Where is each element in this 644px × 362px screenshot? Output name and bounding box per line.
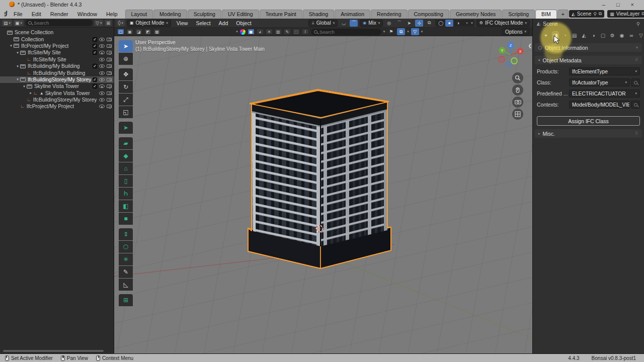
workspace-tab-shading[interactable]: Shading — [303, 10, 335, 19]
search-chevron[interactable]: ▾ — [383, 30, 385, 34]
filter-funnel-icon[interactable]: ▽ — [411, 28, 419, 35]
workspace-tab-animation[interactable]: Animation — [335, 10, 370, 19]
render-visibility-icon[interactable] — [107, 84, 112, 88]
render-visibility-icon[interactable] — [107, 64, 112, 68]
snap-toggle-icon[interactable]: ◡ — [340, 20, 348, 27]
rendered-shading-icon[interactable]: ◔ — [462, 20, 470, 27]
menu-edit[interactable]: Edit — [27, 10, 46, 19]
render-visibility-icon[interactable] — [107, 58, 112, 61]
add-cube-tool[interactable]: ⊞ — [119, 294, 133, 306]
hide-eye-icon[interactable] — [99, 71, 105, 75]
hide-eye-icon[interactable] — [99, 64, 105, 68]
outliner-row[interactable]: ▾IfcSite/My Site✓ — [0, 49, 114, 56]
exclude-checkbox[interactable]: ✓ — [93, 77, 97, 82]
tool-search-input[interactable]: Search — [311, 29, 381, 35]
building-model[interactable] — [235, 86, 401, 278]
filter-collapse-chevron[interactable]: ▾ — [236, 30, 238, 34]
render-visibility-icon[interactable] — [107, 71, 112, 75]
render-visibility-icon[interactable] — [107, 92, 112, 95]
navigation-gizmo[interactable]: Z Y X — [496, 40, 525, 69]
bim-element-tool[interactable]: ■ — [119, 213, 133, 225]
workspace-tab-sculpting[interactable]: Sculpting — [188, 10, 221, 19]
field-search-button[interactable] — [631, 101, 640, 109]
bim-furniture-tool[interactable]: Һ — [119, 188, 133, 200]
modifiers-tab-icon[interactable]: ⚙ — [609, 32, 615, 39]
copy-view-layer-icon[interactable]: ⧉ — [641, 11, 644, 17]
ortho-toggle-button[interactable] — [512, 109, 523, 120]
hide-eye-icon[interactable] — [99, 38, 105, 41]
outliner-display-mode-button[interactable]: ▣ ▾ — [14, 20, 24, 26]
expand-closed-icon[interactable]: ▸ — [28, 91, 33, 95]
options-dropdown[interactable]: Options▾ — [502, 28, 529, 35]
workspace-tab-rendering[interactable]: Rendering — [371, 10, 407, 19]
pin-id-icon[interactable]: ⚲︎ — [636, 21, 640, 27]
exclude-checkbox[interactable]: ✓ — [93, 37, 97, 42]
editor-type-viewport-button[interactable]: 🮮︎ ▾ — [117, 20, 125, 26]
data-tab-icon[interactable]: ▽ — [638, 32, 644, 39]
viewport-menu-object[interactable]: Object — [232, 20, 255, 27]
menu-window[interactable]: Window — [73, 10, 102, 19]
color-wheel-icon[interactable] — [240, 29, 246, 35]
rotate-tool[interactable]: ↻ — [119, 81, 133, 93]
cursor-tool[interactable]: ⊕ — [119, 53, 133, 65]
object-tab-icon[interactable]: ▢ — [600, 32, 606, 39]
filter-image-icon[interactable]: ⬚ — [293, 29, 300, 35]
hide-eye-icon[interactable] — [99, 98, 105, 102]
outliner-row[interactable]: ▾IfcProject/My Project✓ — [0, 43, 114, 49]
transform-orientation-dropdown[interactable]: ⟂ Global▾ — [308, 20, 338, 27]
filter-light-icon[interactable]: ☀ — [266, 29, 273, 35]
menu-help[interactable]: Help — [102, 10, 122, 19]
outliner-row[interactable]: ▾IfcBuilding/My Building✓ — [0, 63, 114, 69]
object-metadata-grip[interactable]: ⠿ — [635, 58, 638, 62]
workspace-tab-compositing[interactable]: Compositing — [408, 10, 449, 19]
snap-settings-icon[interactable]: ⌒ — [350, 20, 358, 27]
field-dropdown-contexts[interactable]: Model/Body/MODEL_VIEW▾ — [569, 101, 630, 109]
annotate-tool[interactable]: ✎ — [119, 266, 133, 278]
render-visibility-icon[interactable] — [107, 51, 112, 54]
outliner-row[interactable]: ▾IfcBuildingStorey/My Storey✓ — [0, 76, 114, 83]
xray-toggle-icon[interactable]: ⧉ — [425, 20, 433, 27]
outliner-row[interactable]: Scene Collection — [0, 29, 114, 36]
view-layer-tab-icon[interactable]: ▤ — [572, 32, 578, 39]
misc-panel-header[interactable]: ▸ Misc. ⠿ — [535, 129, 642, 138]
workspace-tab-uv-editing[interactable]: UV Editing — [222, 10, 259, 19]
bim-slab-tool[interactable]: ◆ — [119, 150, 133, 162]
expand-open-icon[interactable]: ▾ — [15, 77, 20, 81]
editor-type-outliner-button[interactable]: ▤ ▾ — [2, 20, 12, 26]
select-mode-subtract-icon[interactable]: ◪ — [135, 29, 142, 35]
bim-column-tool[interactable]: ▯ — [119, 175, 133, 187]
outliner-row[interactable]: Collection✓ — [0, 36, 114, 42]
measure-tool[interactable]: ◺ — [119, 279, 133, 291]
select-mode-new-icon[interactable]: ▢ — [117, 29, 124, 35]
viewport-menu-view[interactable]: View — [173, 20, 192, 27]
render-visibility-icon[interactable] — [107, 98, 112, 102]
filter-curve-icon[interactable]: ◕ — [257, 29, 264, 35]
assign-ifc-class-button[interactable]: Assign IFC Class — [537, 116, 640, 126]
outliner-search-input[interactable]: Search — [25, 20, 93, 26]
hide-eye-icon[interactable] — [99, 84, 105, 88]
view-layer-selector[interactable]: ▦ ViewLayer ⧉ — [607, 10, 644, 18]
outliner-horizontal-scrollbar[interactable] — [3, 350, 104, 352]
workspace-tab-scripting[interactable]: Scripting — [502, 10, 535, 19]
filter-camera-icon[interactable]: ▥ — [275, 29, 282, 35]
workspace-tab-texture-paint[interactable]: Texture Paint — [260, 10, 302, 19]
scale-tool[interactable]: ⤢ — [119, 94, 133, 106]
material-shading-icon[interactable]: ◑ — [454, 20, 462, 27]
filter-armature-icon[interactable]: ⌇ — [302, 29, 309, 35]
menu-file[interactable]: File — [9, 10, 27, 19]
pan-view-button[interactable] — [512, 84, 523, 96]
exclude-checkbox[interactable]: ✓ — [93, 64, 97, 68]
outliner-row[interactable]: ∟IfcBuilding/My Building — [0, 69, 114, 76]
hide-eye-icon[interactable] — [99, 105, 105, 108]
physics-tab-icon[interactable]: ◉ — [619, 32, 625, 39]
solid-shading-icon[interactable]: ● — [445, 20, 453, 27]
field-dropdown-class[interactable]: IfcActuatorType▾ — [569, 78, 630, 86]
select-mode-extend-icon[interactable]: ▣ — [126, 29, 133, 35]
outliner-filter-button[interactable]: ▽ ▾ — [94, 20, 103, 26]
new-workspace-button[interactable]: + — [557, 10, 569, 19]
viewport-menu-add[interactable]: Add — [215, 20, 232, 27]
constraints-tab-icon[interactable]: ∞ — [628, 32, 634, 39]
new-collection-button[interactable]: ⊞ — [105, 20, 112, 26]
misc-grip[interactable]: ⠿ — [635, 131, 638, 136]
bim-stretch-tool[interactable]: ⇕ — [119, 228, 133, 240]
